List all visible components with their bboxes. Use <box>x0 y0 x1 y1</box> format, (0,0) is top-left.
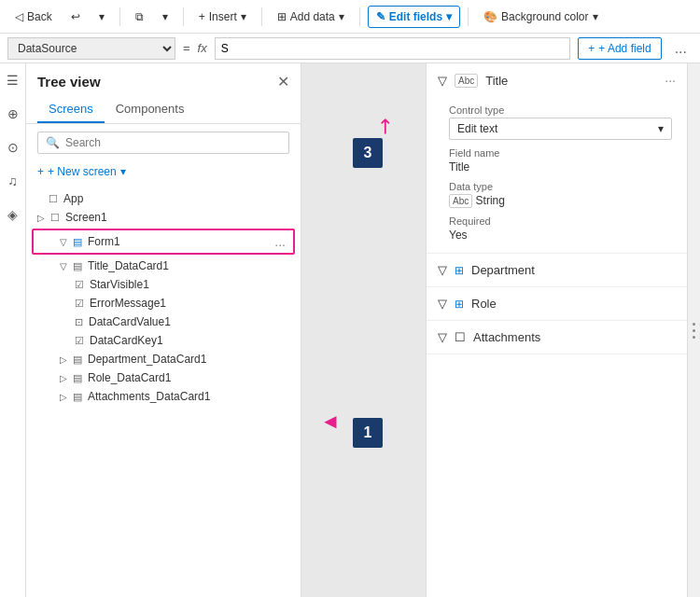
toolbar-sep1 <box>119 7 120 26</box>
screen1-label: Screen1 <box>65 211 289 224</box>
datacardvalue-icon: ⊡ <box>75 316 83 328</box>
role-section-header[interactable]: ▽ ⊞ Role <box>427 287 687 320</box>
new-screen-plus-icon: + <box>37 165 44 178</box>
list-item[interactable]: ▷ ▤ Attachments_DataCard1 <box>26 387 301 406</box>
role-icon: ▤ <box>73 372 82 384</box>
role-grid-icon: ⊞ <box>455 298 464 311</box>
field-name-value: Title <box>449 160 672 174</box>
dc1-chevron: ▽ <box>60 261 67 271</box>
new-screen-chevron: ▾ <box>120 165 126 178</box>
bg-color-button[interactable]: 🎨 Background color ▾ <box>476 7 605 27</box>
copy-icon[interactable]: ⧉ <box>128 7 151 27</box>
form1-item[interactable]: ▽ ▤ Form1 ... <box>32 229 295 255</box>
edit-fields-chevron: ▾ <box>446 10 452 23</box>
annotation-3: 3 <box>353 138 383 168</box>
datacard-icon: ▤ <box>73 260 82 272</box>
field-name-label: Field name <box>449 147 672 159</box>
role-datacard-label: Role_DataCard1 <box>88 371 289 384</box>
dept-collapse-icon: ▽ <box>438 263 447 277</box>
add-icon[interactable]: ⊕ <box>4 104 22 123</box>
list-item[interactable]: ▷ ☐ Screen1 <box>26 208 301 227</box>
tab-components[interactable]: Components <box>105 96 196 123</box>
left-icon-bar: ☰ ⊕ ⊙ ♫ ◈ <box>0 63 26 597</box>
right-toggle[interactable] <box>687 63 700 597</box>
list-item[interactable]: ⊡ DataCardValue1 <box>26 312 301 331</box>
error-icon: ☑ <box>75 298 84 310</box>
list-item[interactable]: ▽ ▤ Title_DataCard1 <box>26 257 301 275</box>
tree-close-button[interactable]: ✕ <box>277 73 289 90</box>
data-type-abc-icon: Abc <box>449 194 472 208</box>
edit-fields-icon: ✎ <box>376 10 385 23</box>
search-box[interactable]: 🔍 <box>37 132 289 154</box>
tree-actions: + + New screen ▾ <box>26 161 301 186</box>
tree-tabs: Screens Components <box>26 96 301 124</box>
title-section-header[interactable]: ▽ Abc Title ··· <box>427 63 687 97</box>
search-input[interactable] <box>65 136 281 149</box>
bg-color-chevron: ▾ <box>593 10 598 23</box>
add-data-chevron: ▾ <box>339 10 344 23</box>
new-screen-button[interactable]: + + New screen ▾ <box>37 165 126 178</box>
data-type-label: Data type <box>449 181 672 192</box>
toolbar-sep4 <box>359 7 360 26</box>
required-label: Required <box>449 215 672 227</box>
attachments-section-header[interactable]: ▽ ☐ Attachments <box>427 321 687 354</box>
errormessage-label: ErrorMessage1 <box>90 297 289 310</box>
dept-chevron: ▷ <box>60 354 67 365</box>
add-data-button[interactable]: ⊞ Add data ▾ <box>270 7 352 27</box>
control-type-label: Control type <box>449 104 672 116</box>
star-icon: ☑ <box>75 279 84 291</box>
toolbar-sep5 <box>468 7 469 26</box>
formula-input[interactable] <box>215 37 571 60</box>
insert-button[interactable]: + Insert ▾ <box>191 7 254 27</box>
edit-fields-button[interactable]: ✎ Edit fields ▾ <box>368 6 460 28</box>
title-more-button[interactable]: ··· <box>665 73 676 88</box>
tree-content: ☐ App ▷ ☐ Screen1 ▽ ▤ Form1 ... ▽ ▤ Titl… <box>26 186 301 597</box>
attach-icon: ▤ <box>73 391 82 403</box>
datasource-select[interactable]: DataSource <box>7 37 175 60</box>
department-section-header[interactable]: ▽ ⊞ Department <box>427 254 687 286</box>
copy-dropdown-icon[interactable]: ▾ <box>155 7 175 27</box>
settings-icon[interactable]: ◈ <box>4 205 22 224</box>
control-type-value: Edit text <box>457 122 497 135</box>
list-item[interactable]: ▷ ▤ Role_DataCard1 <box>26 368 301 387</box>
back-button[interactable]: ◁ Back <box>7 7 60 27</box>
tree-panel: Tree view ✕ Screens Components 🔍 + + New… <box>26 63 301 597</box>
title-datacard-label: Title_DataCard1 <box>88 259 289 272</box>
search-left-icon[interactable]: ⊙ <box>4 138 22 157</box>
fx-label: fx <box>198 41 207 55</box>
dept-section-label: Department <box>471 263 535 277</box>
menu-icon[interactable]: ☰ <box>4 71 22 90</box>
form-icon: ▤ <box>73 236 82 248</box>
formula-more-button[interactable]: ... <box>669 38 693 59</box>
formula-bar: DataSource = fx + + Add field ... <box>0 34 700 63</box>
required-value: Yes <box>449 229 672 242</box>
list-item[interactable]: ▷ ▤ Department_DataCard1 <box>26 350 301 368</box>
list-item[interactable]: ☑ StarVisible1 <box>26 275 301 294</box>
app-icon: ☐ <box>49 193 58 205</box>
role-section-label: Role <box>471 297 497 311</box>
list-item[interactable]: ☐ App <box>26 189 301 208</box>
list-item[interactable]: ☑ ErrorMessage1 <box>26 294 301 312</box>
music-icon[interactable]: ♫ <box>4 172 22 190</box>
form1-more-button[interactable]: ... <box>274 234 286 249</box>
dept-grid-icon: ⊞ <box>455 264 464 277</box>
arrow-3: ↗ <box>370 112 399 141</box>
form1-chevron: ▽ <box>60 237 67 247</box>
control-type-select[interactable]: Edit text ▾ <box>449 118 672 140</box>
title-collapse-icon: ▽ <box>438 74 447 88</box>
title-field-section: ▽ Abc Title ··· Control type Edit text ▾… <box>427 63 687 254</box>
list-item[interactable]: ☑ DataCardKey1 <box>26 331 301 350</box>
tab-screens[interactable]: Screens <box>37 96 105 123</box>
add-field-button[interactable]: + + Add field <box>578 37 661 60</box>
department-field-section: ▽ ⊞ Department <box>427 254 687 287</box>
toggle-dot-1 <box>693 323 695 326</box>
main-toolbar: ◁ Back ↩ ▾ ⧉ ▾ + Insert ▾ ⊞ Add data ▾ ✎… <box>0 0 700 34</box>
back-icon: ◁ <box>15 10 23 23</box>
undo-icon[interactable]: ↩ <box>63 7 88 27</box>
title-field-details: Control type Edit text ▾ Field name Titl… <box>427 97 687 253</box>
toolbar-sep3 <box>261 7 262 26</box>
undo-dropdown-icon[interactable]: ▾ <box>91 7 112 27</box>
datacardvalue-label: DataCardValue1 <box>89 315 289 328</box>
role-collapse-icon: ▽ <box>438 297 447 311</box>
tree-header: Tree view ✕ <box>26 63 301 96</box>
